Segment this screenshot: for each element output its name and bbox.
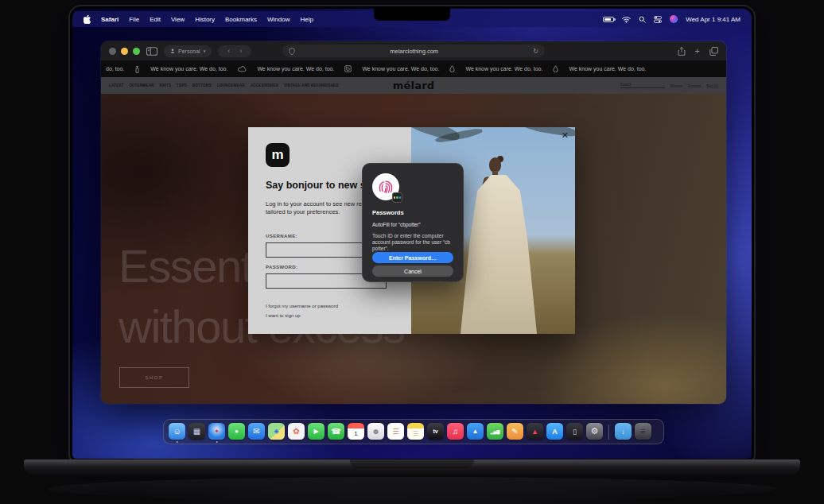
laptop-shadow xyxy=(48,477,776,501)
link-account[interactable]: Account xyxy=(688,84,701,88)
nav-accessories[interactable]: ACCESSORIES xyxy=(251,83,278,87)
running-indicator-dot xyxy=(216,441,218,444)
ticker-text-fragment: do, too. xyxy=(106,66,124,72)
nav-outerwear[interactable]: OUTERWEAR xyxy=(129,83,154,87)
forgot-password-link[interactable]: I forgot my username or password xyxy=(266,304,338,308)
menu-item-view[interactable]: View xyxy=(171,16,185,23)
nav-loungewear[interactable]: LOUNGEWEAR xyxy=(217,83,245,87)
site-nav: LATEST OUTERWEAR KNITS TOPS BOTTOMS LOUN… xyxy=(109,83,339,87)
close-icon[interactable]: ✕ xyxy=(562,130,569,141)
dock-launchpad-icon[interactable]: ▦ xyxy=(189,421,205,443)
safari-toolbar: Personal ▾ ‹ › melarclothing.com ↻ xyxy=(101,41,726,60)
profile-label: Personal xyxy=(178,48,200,54)
dock-music-icon[interactable]: ♫ xyxy=(447,421,464,443)
dock-finder-icon[interactable]: ☺ xyxy=(169,421,185,443)
minimize-window-button[interactable] xyxy=(121,48,128,55)
dock-system-settings-icon[interactable]: ⚙ xyxy=(586,421,603,443)
dock-app-store-icon[interactable]: A xyxy=(546,421,563,443)
camera-notch xyxy=(374,9,450,21)
search-icon[interactable] xyxy=(639,16,646,23)
wifi-icon[interactable] xyxy=(622,16,631,23)
dock-keynote-icon[interactable]: ▲ xyxy=(467,421,484,443)
laptop-lid-notch xyxy=(350,459,474,468)
dock-contacts-icon[interactable]: ☻ xyxy=(367,421,384,443)
apple-menu-icon[interactable] xyxy=(84,15,91,24)
droplet-icon xyxy=(553,65,558,72)
menu-item-edit[interactable]: Edit xyxy=(150,16,161,23)
back-button[interactable]: ‹ xyxy=(224,47,233,55)
nav-bottoms[interactable]: BOTTOMS xyxy=(192,83,212,87)
dock-rocket-icon[interactable]: ▲ xyxy=(527,421,543,443)
siri-icon[interactable] xyxy=(670,15,678,23)
link-mission[interactable]: Mission xyxy=(670,84,682,88)
menu-item-window[interactable]: Window xyxy=(267,16,290,23)
site-header: LATEST OUTERWEAR KNITS TOPS BOTTOMS LOUN… xyxy=(101,77,726,94)
dock-trash-icon[interactable]: ☰ xyxy=(635,421,651,443)
dock-facetime-icon[interactable]: ▶ xyxy=(308,421,325,443)
dock-messages-icon[interactable]: ● xyxy=(228,421,245,443)
profile-switcher[interactable]: Personal ▾ xyxy=(164,45,212,57)
forward-button[interactable]: › xyxy=(236,47,245,55)
menu-item-file[interactable]: File xyxy=(129,16,139,23)
menu-item-help[interactable]: Help xyxy=(300,16,313,23)
dock-notes-icon[interactable]: ☰ xyxy=(407,421,424,443)
model-figure xyxy=(461,175,537,334)
dock-iphone-mirroring-icon[interactable]: ▯ xyxy=(566,421,583,443)
dialog-body-text: Touch ID or enter the computer account p… xyxy=(372,233,453,252)
dialog-autofill-text: AutoFill for “cbpotter” xyxy=(372,222,453,227)
sidebar-toggle-icon[interactable] xyxy=(146,47,157,56)
person-icon xyxy=(170,48,175,53)
reload-icon[interactable]: ↻ xyxy=(533,48,538,55)
signup-link[interactable]: I want to sign up xyxy=(266,313,301,318)
zoom-window-button[interactable] xyxy=(133,48,140,55)
dock-tv-icon[interactable]: tv xyxy=(427,421,444,443)
link-bag[interactable]: Bag (0) xyxy=(706,84,718,88)
new-tab-button[interactable]: + xyxy=(695,46,700,56)
dock-downloads-icon[interactable]: ↓ xyxy=(615,421,632,443)
ticker-phrase: We know you care. We do, too. xyxy=(362,66,439,72)
dock-pages-icon[interactable]: ✎ xyxy=(507,421,523,443)
ticker-phrase: We know you care. We do, too. xyxy=(569,66,646,72)
menu-item-app[interactable]: Safari xyxy=(101,16,119,23)
dock-safari-icon[interactable]: ✦ xyxy=(208,421,225,443)
battery-icon[interactable] xyxy=(603,17,614,22)
ticker-phrase: We know you care. We do, too. xyxy=(150,66,227,72)
nav-tops[interactable]: TOPS xyxy=(177,83,187,87)
nav-buttons: ‹ › xyxy=(218,45,251,57)
shop-button[interactable]: SHOP xyxy=(119,367,189,388)
dialog-title: Passwords xyxy=(372,209,453,216)
control-center-icon[interactable] xyxy=(654,16,662,23)
menu-item-bookmarks[interactable]: Bookmarks xyxy=(225,16,257,23)
running-indicator-dot xyxy=(176,441,178,444)
dock-mail-icon[interactable]: ✉ xyxy=(248,421,265,443)
close-window-button[interactable] xyxy=(109,48,116,55)
dock-photos-icon[interactable]: ✿ xyxy=(288,421,305,443)
nav-vintage[interactable]: VINTAGE AND REFURBISHED xyxy=(284,83,339,87)
nav-latest[interactable]: LATEST xyxy=(109,83,123,87)
cancel-button[interactable]: Cancel xyxy=(372,266,453,277)
address-bar[interactable]: melarclothing.com ↻ xyxy=(282,45,545,57)
dock-numbers-icon[interactable]: ▂▅▇ xyxy=(487,421,503,443)
droplet-icon xyxy=(449,65,455,72)
ticker-phrase: We know you care. We do, too. xyxy=(465,66,542,72)
brand-logo-mark: m xyxy=(266,143,290,167)
menu-bar-clock[interactable]: Wed Apr 1 9:41 AM xyxy=(686,16,740,23)
site-search-input[interactable]: Search xyxy=(620,83,665,88)
passwords-app-badge-icon xyxy=(392,192,402,203)
menu-item-history[interactable]: History xyxy=(195,16,215,23)
dock-maps-icon[interactable]: ◈ xyxy=(268,421,285,443)
password-label: PASSWORD: xyxy=(266,265,298,269)
share-icon[interactable] xyxy=(678,47,686,56)
dock-reminders-icon[interactable]: ☰ xyxy=(387,421,404,443)
chevron-down-icon: ▾ xyxy=(204,48,206,53)
nav-knits[interactable]: KNITS xyxy=(160,83,172,87)
tab-overview-icon[interactable] xyxy=(709,47,718,56)
dock-calendar-icon[interactable]: 1 xyxy=(348,421,364,443)
url-text: melarclothing.com xyxy=(295,48,533,55)
passwords-dialog: Passwords AutoFill for “cbpotter” Touch … xyxy=(362,163,464,282)
dock-phone-icon[interactable]: ☎ xyxy=(328,421,344,443)
cloud-icon xyxy=(238,66,247,72)
washing-machine-icon xyxy=(344,65,352,72)
enter-password-button[interactable]: Enter Password… xyxy=(372,252,453,263)
site-logo[interactable]: mélard xyxy=(393,79,435,91)
